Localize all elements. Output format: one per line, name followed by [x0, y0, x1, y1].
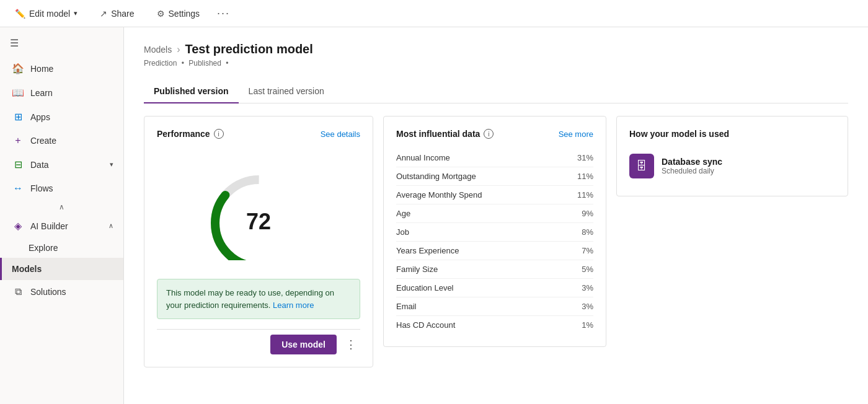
- table-row: Email 3%: [396, 297, 593, 316]
- data-value: 11%: [562, 186, 593, 204]
- hamburger-icon[interactable]: ☰: [0, 32, 123, 56]
- data-label: Education Level: [396, 279, 562, 297]
- edit-model-button[interactable]: ✏️ Edit model ▾: [10, 6, 82, 21]
- usage-item-info: Database sync Scheduled daily: [662, 157, 722, 175]
- data-value: 11%: [562, 167, 593, 186]
- content-area: Models › Test prediction model Predictio…: [124, 27, 868, 404]
- sidebar-item-label: Home: [30, 64, 53, 74]
- pencil-icon: ✏️: [15, 9, 25, 19]
- data-label: Has CD Account: [396, 316, 562, 335]
- sidebar-item-learn[interactable]: 📖 Learn: [0, 81, 123, 105]
- breadcrumb: Models › Test prediction model: [144, 42, 848, 56]
- data-value: 9%: [562, 204, 593, 223]
- data-value: 3%: [562, 279, 593, 297]
- page-title: Test prediction model: [185, 42, 312, 56]
- settings-label: Settings: [169, 9, 200, 19]
- sidebar-item-label: Create: [30, 136, 56, 146]
- data-value: 8%: [562, 223, 593, 242]
- models-label: Models: [12, 264, 42, 274]
- data-value: 31%: [562, 149, 593, 167]
- gauge-svg: 72: [197, 161, 321, 260]
- data-label: Job: [396, 223, 562, 242]
- performance-alert: This model may be ready to use, dependin…: [157, 279, 360, 319]
- performance-card: Performance i See details 72: [144, 116, 373, 367]
- subtitle-dot2: •: [226, 59, 228, 68]
- chevron-down-icon: ▾: [110, 160, 113, 169]
- usage-item-sub: Scheduled daily: [662, 167, 722, 175]
- performance-card-header: Performance i See details: [157, 129, 360, 139]
- table-row: Years Experience 7%: [396, 242, 593, 260]
- performance-title: Performance: [157, 129, 210, 139]
- flows-icon: ↔: [12, 183, 24, 194]
- use-model-button[interactable]: Use model: [270, 335, 337, 354]
- data-value: 7%: [562, 242, 593, 260]
- sidebar-item-apps[interactable]: ⊞ Apps: [0, 105, 123, 129]
- performance-info-icon[interactable]: i: [214, 129, 224, 139]
- model-status: Published: [188, 59, 221, 68]
- see-more-link[interactable]: See more: [559, 130, 593, 139]
- sidebar-item-create[interactable]: + Create: [0, 129, 123, 152]
- ai-builder-icon: ◈: [12, 220, 24, 232]
- data-label: Annual Income: [396, 149, 562, 167]
- sidebar-item-data[interactable]: ⊟ Data ▾: [0, 152, 123, 177]
- tab-published-label: Published version: [154, 86, 229, 96]
- create-icon: +: [12, 135, 24, 146]
- influential-data-table: Annual Income 31% Outstanding Mortgage 1…: [396, 149, 593, 334]
- see-details-link[interactable]: See details: [321, 130, 360, 139]
- sidebar-item-ai-builder[interactable]: ◈ AI Builder ∧: [0, 214, 123, 238]
- data-label: Years Experience: [396, 242, 562, 260]
- solutions-icon: ⧉: [12, 286, 24, 297]
- sidebar-item-label: Data: [30, 160, 49, 170]
- more-options-button[interactable]: ⋮: [342, 335, 360, 354]
- influential-data-card: Most influential data i See more Annual …: [383, 116, 606, 347]
- data-icon: ⊟: [12, 159, 24, 170]
- model-type: Prediction: [144, 59, 177, 68]
- collapse-button[interactable]: ∧: [0, 200, 123, 214]
- data-label: Age: [396, 204, 562, 223]
- sidebar-item-label: Apps: [30, 112, 50, 122]
- edit-model-label: Edit model: [29, 9, 70, 19]
- tab-last-trained-version[interactable]: Last trained version: [239, 80, 334, 103]
- influential-info-icon[interactable]: i: [484, 129, 494, 139]
- page-subtitle: Prediction • Published •: [144, 59, 848, 68]
- table-row: Job 8%: [396, 223, 593, 242]
- home-icon: 🏠: [12, 63, 24, 74]
- influential-card-header: Most influential data i See more: [396, 129, 593, 139]
- data-label: Family Size: [396, 260, 562, 279]
- performance-title-row: Performance i: [157, 129, 224, 139]
- usage-card-header: How your model is used: [629, 129, 835, 139]
- tab-published-version[interactable]: Published version: [144, 80, 239, 103]
- data-value: 1%: [562, 316, 593, 335]
- data-value: 3%: [562, 297, 593, 316]
- sidebar-item-label: Learn: [30, 88, 53, 98]
- more-options-icon[interactable]: ···: [217, 7, 230, 20]
- sidebar-item-home[interactable]: 🏠 Home: [0, 56, 123, 81]
- sidebar-item-flows[interactable]: ↔ Flows: [0, 177, 123, 200]
- explore-label: Explore: [29, 243, 58, 253]
- chevron-down-icon: ▾: [74, 9, 78, 17]
- sidebar-item-models[interactable]: Models: [0, 258, 123, 280]
- usage-item: 🗄 Database sync Scheduled daily: [629, 149, 835, 183]
- table-row: Age 9%: [396, 204, 593, 223]
- table-row: Education Level 3%: [396, 279, 593, 297]
- gear-icon: ⚙: [157, 9, 165, 19]
- sidebar-item-label: Flows: [30, 183, 53, 193]
- apps-icon: ⊞: [12, 111, 24, 123]
- sidebar-item-explore[interactable]: Explore: [0, 238, 123, 258]
- settings-button[interactable]: ⚙ Settings: [152, 6, 205, 21]
- data-label: Outstanding Mortgage: [396, 167, 562, 186]
- sidebar-item-solutions[interactable]: ⧉ Solutions: [0, 280, 123, 304]
- table-row: Family Size 5%: [396, 260, 593, 279]
- breadcrumb-parent[interactable]: Models: [144, 45, 172, 55]
- sidebar-item-label: AI Builder: [30, 221, 68, 231]
- share-button[interactable]: ↗ Share: [95, 6, 139, 21]
- main-container: ☰ 🏠 Home 📖 Learn ⊞ Apps + Create ⊟ Data …: [0, 27, 868, 404]
- data-label: Average Monthly Spend: [396, 186, 562, 204]
- table-row: Outstanding Mortgage 11%: [396, 167, 593, 186]
- learn-more-link[interactable]: Learn more: [273, 301, 314, 310]
- cards-row: Performance i See details 72: [144, 116, 848, 367]
- usage-card: How your model is used 🗄 Database sync S…: [616, 116, 848, 196]
- performance-card-footer: Use model ⋮: [157, 329, 360, 354]
- share-icon: ↗: [100, 9, 107, 19]
- usage-title: How your model is used: [629, 129, 729, 139]
